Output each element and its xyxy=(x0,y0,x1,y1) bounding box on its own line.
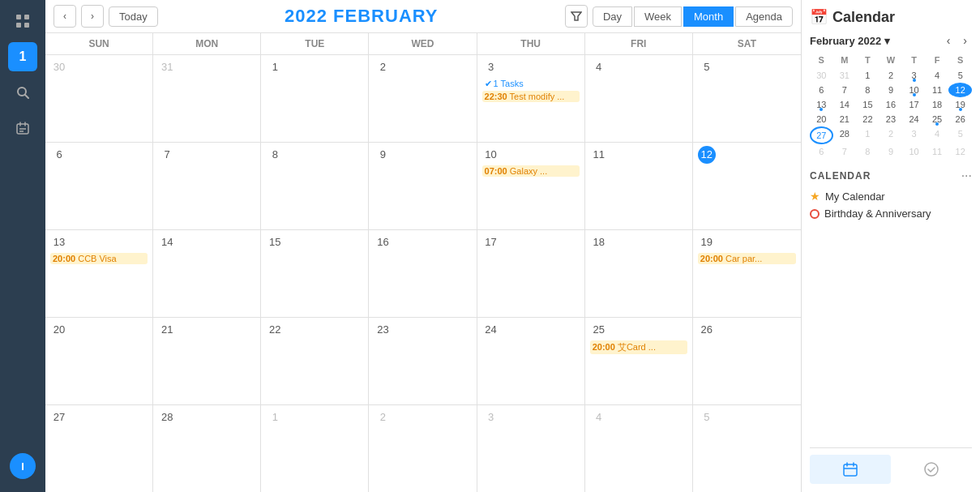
day-cell-16[interactable]: 16 xyxy=(369,230,477,317)
mini-day[interactable]: 16 xyxy=(879,97,903,112)
event-ccbvisa-feb13[interactable]: 20:00 CCB Visa xyxy=(50,253,148,264)
view-agenda-button[interactable]: Agenda xyxy=(735,6,793,27)
mini-day[interactable]: 11 xyxy=(926,83,949,97)
day-cell-22[interactable]: 22 xyxy=(261,318,369,404)
event-carpar-feb19[interactable]: 20:00 Car par... xyxy=(698,253,796,264)
day-cell-17[interactable]: 17 xyxy=(477,230,585,317)
mini-day[interactable]: 8 xyxy=(856,83,879,97)
day-cell-27[interactable]: 27 xyxy=(45,405,153,492)
day-cell-10[interactable]: 10 07:00 Galaxy ... xyxy=(477,143,585,229)
calendar-item-birthday[interactable]: Birthday & Anniversary xyxy=(810,207,972,220)
day-cell-2-feb[interactable]: 2 xyxy=(369,55,477,142)
mini-day[interactable]: 20 xyxy=(810,112,833,126)
mini-day[interactable]: 18 xyxy=(926,97,949,112)
day-cell-3-mar[interactable]: 3 xyxy=(477,405,585,492)
view-day-button[interactable]: Day xyxy=(593,6,632,27)
day-cell-5-feb[interactable]: 5 xyxy=(693,55,801,142)
next-button[interactable]: › xyxy=(81,5,104,28)
mini-day[interactable]: 4 xyxy=(926,68,949,83)
day-cell-15[interactable]: 15 xyxy=(261,230,369,317)
day-cell-1-mar[interactable]: 1 xyxy=(261,405,369,492)
more-button[interactable]: ··· xyxy=(961,169,972,183)
prev-button[interactable]: ‹ xyxy=(53,5,76,28)
mini-day[interactable]: 28 xyxy=(833,126,857,144)
filter-button[interactable] xyxy=(565,5,588,28)
mini-day-today[interactable]: 12 xyxy=(948,83,972,97)
day-cell-18[interactable]: 18 xyxy=(585,230,693,317)
today-button[interactable]: Today xyxy=(109,6,158,27)
mini-day[interactable]: 2 xyxy=(879,68,903,83)
mini-day[interactable]: 13 xyxy=(810,97,833,112)
mini-day[interactable]: 6 xyxy=(810,83,833,97)
event-aicard-feb25[interactable]: 20:00 艾Card ... xyxy=(590,340,687,354)
bottom-nav-calendar[interactable] xyxy=(810,455,891,484)
mini-day[interactable]: 12 xyxy=(948,144,972,159)
bottom-nav-tasks[interactable] xyxy=(891,455,972,484)
day-cell-2-mar[interactable]: 2 xyxy=(369,405,477,492)
mini-day[interactable]: 7 xyxy=(833,144,857,159)
mini-day[interactable]: 15 xyxy=(856,97,879,112)
day-cell-6[interactable]: 6 xyxy=(45,143,153,229)
day-cell-21[interactable]: 21 xyxy=(153,318,261,404)
day-cell-1-feb[interactable]: 1 xyxy=(261,55,369,142)
sidebar-item-calendar-list[interactable] xyxy=(8,113,37,143)
day-cell-4-feb[interactable]: 4 xyxy=(585,55,693,142)
day-cell-28[interactable]: 28 xyxy=(153,405,261,492)
mini-day[interactable]: 31 xyxy=(833,68,857,83)
day-cell-7[interactable]: 7 xyxy=(153,143,261,229)
mini-day[interactable]: 7 xyxy=(833,83,857,97)
event-tasks-feb3[interactable]: ✔1 Tasks xyxy=(482,78,580,90)
day-cell-4-mar[interactable]: 4 xyxy=(585,405,693,492)
mini-day[interactable]: 17 xyxy=(902,97,926,112)
day-cell-20[interactable]: 20 xyxy=(45,318,153,404)
view-week-button[interactable]: Week xyxy=(634,6,682,27)
day-cell-9[interactable]: 9 xyxy=(369,143,477,229)
user-avatar[interactable]: I xyxy=(10,453,36,479)
mini-day[interactable]: 22 xyxy=(856,112,879,126)
day-cell-26[interactable]: 26 xyxy=(693,318,801,404)
day-cell-5-mar[interactable]: 5 xyxy=(693,405,801,492)
mini-day[interactable]: 23 xyxy=(879,112,903,126)
day-cell-25[interactable]: 25 20:00 艾Card ... xyxy=(585,318,693,404)
mini-day[interactable]: 26 xyxy=(948,112,972,126)
day-cell-12-today[interactable]: 12 xyxy=(693,143,801,229)
mini-day[interactable]: 3 xyxy=(902,126,926,144)
day-cell-11[interactable]: 11 xyxy=(585,143,693,229)
mini-day[interactable]: 9 xyxy=(879,144,903,159)
mini-day[interactable]: 5 xyxy=(948,68,972,83)
day-cell-31-jan[interactable]: 31 xyxy=(153,55,261,142)
event-galaxy-feb10[interactable]: 07:00 Galaxy ... xyxy=(482,165,580,177)
mini-day[interactable]: 14 xyxy=(833,97,857,112)
sidebar-item-grid[interactable] xyxy=(8,6,37,36)
day-cell-14[interactable]: 14 xyxy=(153,230,261,317)
mini-day[interactable]: 1 xyxy=(856,68,879,83)
mini-day[interactable]: 19 xyxy=(948,97,972,112)
mini-day-selected[interactable]: 27 xyxy=(810,126,833,144)
mini-day[interactable]: 5 xyxy=(948,126,972,144)
day-cell-19[interactable]: 19 20:00 Car par... xyxy=(693,230,801,317)
event-testmodify-feb3[interactable]: 22:30 Test modify ... xyxy=(482,91,580,102)
mini-day[interactable]: 10 xyxy=(902,83,926,97)
mini-day[interactable]: 25 xyxy=(926,112,949,126)
mini-day[interactable]: 11 xyxy=(926,144,949,159)
sidebar-item-search[interactable] xyxy=(8,78,37,107)
day-cell-3-feb[interactable]: 3 ✔1 Tasks 22:30 Test modify ... xyxy=(477,55,585,142)
mini-prev-button[interactable]: ‹ xyxy=(942,32,956,49)
mini-day[interactable]: 10 xyxy=(902,144,926,159)
mini-day[interactable]: 24 xyxy=(902,112,926,126)
mini-next-button[interactable]: › xyxy=(958,32,972,49)
sidebar-item-one[interactable]: 1 xyxy=(8,42,37,71)
view-month-button[interactable]: Month xyxy=(683,6,734,27)
mini-day[interactable]: 21 xyxy=(833,112,857,126)
day-cell-13[interactable]: 13 20:00 CCB Visa xyxy=(45,230,153,317)
day-cell-8[interactable]: 8 xyxy=(261,143,369,229)
mini-day[interactable]: 6 xyxy=(810,144,833,159)
mini-day[interactable]: 30 xyxy=(810,68,833,83)
day-cell-30-jan[interactable]: 30 xyxy=(45,55,153,142)
day-cell-23[interactable]: 23 xyxy=(369,318,477,404)
mini-day[interactable]: 1 xyxy=(856,126,879,144)
mini-day[interactable]: 2 xyxy=(879,126,903,144)
day-cell-24[interactable]: 24 xyxy=(477,318,585,404)
mini-day[interactable]: 8 xyxy=(856,144,879,159)
calendar-item-mycalendar[interactable]: ★ My Calendar xyxy=(810,190,972,203)
